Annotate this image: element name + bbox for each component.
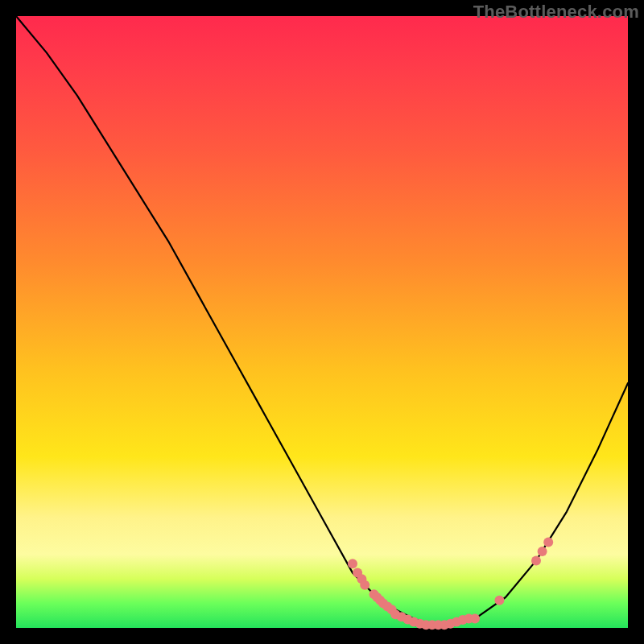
- data-dot: [360, 580, 369, 590]
- data-dot: [531, 555, 541, 565]
- bottleneck-curve: [16, 16, 628, 625]
- data-dot: [543, 538, 553, 547]
- data-dot: [538, 547, 547, 556]
- curve-layer: [16, 16, 628, 628]
- watermark-text: TheBottleneck.com: [473, 2, 639, 23]
- data-dots: [348, 538, 553, 630]
- data-dot: [470, 614, 480, 624]
- data-dot: [348, 559, 357, 568]
- chart-frame: [16, 16, 628, 628]
- data-dot: [494, 596, 504, 605]
